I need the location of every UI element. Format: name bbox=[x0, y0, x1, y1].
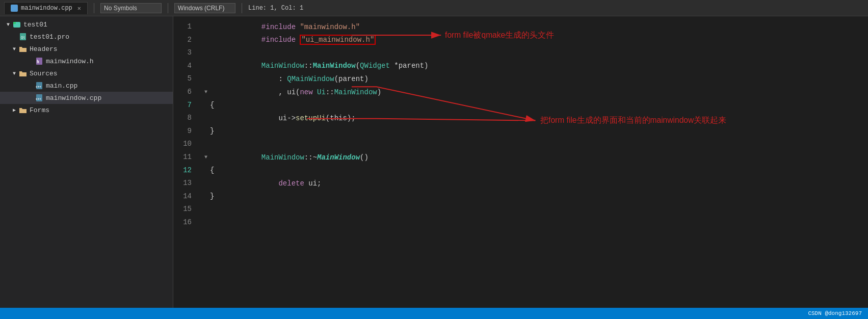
forms-folder-label: Forms bbox=[30, 107, 49, 114]
sources-folder-label: Sources bbox=[30, 70, 58, 77]
tab-close-button[interactable]: ✕ bbox=[77, 5, 81, 12]
headers-folder-icon bbox=[18, 44, 28, 54]
pro-file-label: test01.pro bbox=[30, 33, 69, 41]
line-numbers: 1 2 3 4 5 6 7 8 9 10 11 12 13 14 15 16 bbox=[173, 16, 198, 308]
separator2 bbox=[168, 3, 168, 13]
code-line-15 bbox=[202, 203, 868, 216]
sidebar-item-forms-folder[interactable]: ▶ Forms bbox=[0, 104, 173, 116]
cpp-icon-main: c++ bbox=[35, 81, 44, 90]
separator bbox=[94, 3, 94, 13]
project-label: test01 bbox=[23, 21, 47, 29]
symbol-dropdown[interactable]: No Symbols bbox=[100, 3, 162, 13]
headers-folder-label: Headers bbox=[30, 45, 58, 53]
code-line-14: } bbox=[202, 190, 868, 203]
sources-folder-icon bbox=[18, 69, 28, 78]
line11-collapse: ▼ bbox=[202, 153, 210, 162]
tab-filename: mainwindow.cpp bbox=[21, 5, 72, 12]
sidebar-item-sources-folder[interactable]: ▼ Sources bbox=[0, 67, 173, 79]
status-bar: CSDN @dong132697 bbox=[0, 308, 868, 319]
code-content[interactable]: #include "mainwindow.h" #include "ui_mai… bbox=[198, 16, 868, 308]
line-col-info: Line: 1, Col: 1 bbox=[248, 5, 303, 12]
pro-file-icon: Qt bbox=[18, 32, 28, 41]
sidebar-item-main-cpp[interactable]: ▶ c++ main.cpp bbox=[0, 79, 173, 92]
code-editor[interactable]: 1 2 3 4 5 6 7 8 9 10 11 12 13 14 15 16 bbox=[173, 16, 868, 308]
code-line-16 bbox=[202, 216, 868, 229]
sidebar-item-pro-file[interactable]: ▶ Qt test01.pro bbox=[0, 31, 173, 43]
code-line-6: ▼ , ui(new Ui::MainWindow) bbox=[202, 86, 868, 99]
svg-text:h: h bbox=[37, 60, 39, 64]
expand-arrow-project: ▼ bbox=[4, 20, 12, 29]
main-cpp-label: main.cpp bbox=[46, 82, 77, 90]
sidebar-item-headers-folder[interactable]: ▼ Headers bbox=[0, 43, 173, 55]
expand-arrow-headers: ▼ bbox=[10, 45, 18, 53]
file-icon bbox=[11, 5, 18, 12]
forms-folder-icon bbox=[18, 105, 28, 115]
cpp-icon-mainwindow: c++ bbox=[35, 93, 44, 102]
header-file-icon: h bbox=[35, 57, 44, 66]
svg-text:c++: c++ bbox=[36, 85, 41, 88]
line6-collapse: ▼ bbox=[202, 88, 210, 96]
project-icon bbox=[12, 20, 21, 29]
sidebar-item-mainwindow-h[interactable]: ▶ h mainwindow.h bbox=[0, 55, 173, 67]
svg-text:c++: c++ bbox=[36, 97, 41, 100]
sidebar-item-project-root[interactable]: ▼ test01 bbox=[0, 18, 173, 31]
mainwindow-cpp-label: mainwindow.cpp bbox=[46, 94, 101, 102]
active-tab[interactable]: mainwindow.cpp ✕ bbox=[4, 2, 88, 14]
file-tree: ▼ test01 ▶ Qt test01.pro ▼ Headers ▶ bbox=[0, 16, 173, 308]
code-line-13: delete ui; bbox=[202, 177, 868, 190]
code-line-9: } bbox=[202, 125, 868, 138]
expand-arrow-forms: ▶ bbox=[10, 106, 18, 114]
main-area: ▼ test01 ▶ Qt test01.pro ▼ Headers ▶ bbox=[0, 16, 868, 308]
expand-arrow-sources: ▼ bbox=[10, 69, 18, 77]
sidebar-item-mainwindow-cpp[interactable]: ▶ c++ mainwindow.cpp bbox=[0, 92, 173, 104]
separator3 bbox=[242, 3, 242, 13]
code-line-8: ui->setupUi(this); bbox=[202, 112, 868, 125]
svg-text:Qt: Qt bbox=[21, 36, 25, 40]
credit-text: CSDN @dong132697 bbox=[808, 310, 862, 316]
code-line-11: ▼ MainWindow::~MainWindow() bbox=[202, 151, 868, 164]
svg-rect-1 bbox=[13, 22, 16, 24]
code-line-2: #include "ui_mainwindow.h" bbox=[202, 34, 868, 47]
toolbar: mainwindow.cpp ✕ No Symbols Windows (CRL… bbox=[0, 0, 868, 16]
mainwindow-h-label: mainwindow.h bbox=[46, 58, 94, 65]
encoding-dropdown[interactable]: Windows (CRLF) bbox=[174, 3, 235, 13]
